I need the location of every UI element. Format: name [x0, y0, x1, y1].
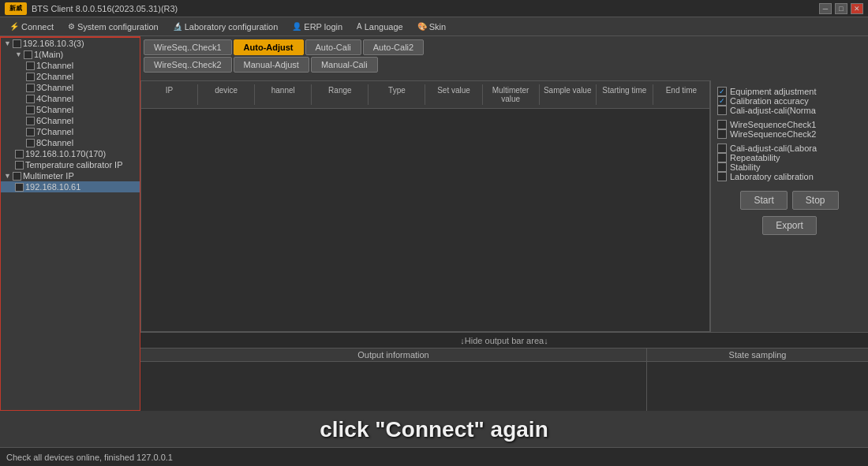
tab-auto-cali2[interactable]: Auto-Cali2: [363, 39, 424, 55]
tree-arrow-icon: ▼: [15, 50, 22, 58]
status-text: Check all devices online, finished 127.0…: [6, 453, 173, 462]
window-controls: ─ □ ✕: [819, 3, 863, 14]
tree-item[interactable]: ▼192.168.10.3(3): [1, 38, 140, 49]
tree-item[interactable]: Temperature calibrator IP: [1, 159, 140, 170]
tree-checkbox[interactable]: [26, 84, 35, 92]
tree-checkbox[interactable]: [26, 95, 35, 103]
export-button[interactable]: Export: [762, 216, 817, 235]
tree-item[interactable]: 1Channel: [1, 60, 140, 71]
tree-checkbox[interactable]: [15, 150, 24, 158]
option-checkbox[interactable]: ✓: [717, 96, 727, 106]
menu-skin-label: Skin: [429, 22, 446, 32]
tree-item-label: 7Channel: [36, 127, 73, 136]
tree-item[interactable]: 6Channel: [1, 115, 140, 126]
option-item: Stability: [717, 162, 862, 172]
minimize-button[interactable]: ─: [819, 3, 832, 14]
tab-wireseq-check2[interactable]: WireSeq..Check2: [144, 57, 232, 73]
menu-language[interactable]: A Language: [350, 21, 410, 33]
option-checkbox[interactable]: [717, 144, 727, 153]
option-item: Cali-adjust-cali(Labora: [717, 144, 862, 153]
option-checkbox[interactable]: [717, 172, 727, 181]
state-sampling-panel: State sampling: [647, 349, 868, 411]
options-panel: ✓Equipment adjustment✓Calibration accura…: [710, 80, 868, 332]
menu-erp-login[interactable]: 👤 ERP login: [286, 21, 349, 33]
menu-lab-config-label: Laboratory configuration: [185, 22, 279, 32]
option-item: Repeatability: [717, 153, 862, 162]
menu-skin[interactable]: 🎨 Skin: [411, 21, 452, 33]
tree-checkbox[interactable]: [15, 183, 24, 192]
tree-item-label: 1(Main): [34, 50, 63, 59]
tab-row-1: WireSeq..Check1 Auto-Adjust Auto-Cali Au…: [144, 39, 865, 55]
tree-item[interactable]: 2Channel: [1, 71, 140, 82]
close-button[interactable]: ✕: [851, 3, 863, 14]
overlay-instruction-text: click "Connect" again: [0, 417, 868, 442]
option-checkbox[interactable]: ✓: [717, 87, 727, 96]
output-bar-toggle[interactable]: ↓Hide output bar area↓: [140, 332, 868, 348]
tree-item[interactable]: 4Channel: [1, 93, 140, 104]
option-checkbox[interactable]: [717, 153, 727, 162]
option-label: Laboratory calibration: [730, 172, 814, 181]
menu-lab-config[interactable]: 🔬 Laboratory configuration: [166, 21, 285, 33]
option-item: ✓Calibration accuracy: [717, 96, 862, 106]
start-button[interactable]: Start: [740, 191, 787, 210]
tree-item[interactable]: 5Channel: [1, 104, 140, 115]
tree-checkbox[interactable]: [26, 128, 35, 136]
option-item: Cali-adjust-cali(Norma: [717, 106, 862, 115]
tree-checkbox[interactable]: [15, 161, 24, 170]
tree-item[interactable]: 3Channel: [1, 82, 140, 93]
option-label: WireSequenceCheck2: [730, 129, 816, 139]
menu-connect[interactable]: ⚡ Connect: [3, 21, 60, 33]
tree-item-label: 8Channel: [36, 138, 73, 147]
tree-item-label: 2Channel: [36, 72, 73, 81]
option-label: Calibration accuracy: [730, 96, 809, 106]
tree-checkbox[interactable]: [26, 139, 35, 147]
tree-checkbox[interactable]: [13, 172, 21, 181]
menu-system-config[interactable]: ⚙ System configuration: [62, 21, 165, 33]
device-tree: ▼192.168.10.3(3)▼1(Main)1Channel2Channel…: [1, 38, 140, 192]
tree-checkbox[interactable]: [13, 39, 21, 48]
erp-login-icon: 👤: [292, 22, 301, 31]
tab-auto-cali[interactable]: Auto-Cali: [305, 39, 361, 55]
table-header-cell: Range: [312, 84, 369, 105]
output-info-header: Output information: [140, 349, 646, 362]
tree-item-label: 192.168.10.3(3): [23, 39, 84, 48]
option-checkbox[interactable]: [717, 120, 727, 129]
tree-item-label: 192.168.10.170(170): [25, 149, 106, 158]
tab-row-2: WireSeq..Check2 Manual-Adjust Manual-Cal…: [144, 57, 865, 73]
tab-manual-cali[interactable]: Manual-Cali: [311, 57, 378, 73]
tree-item[interactable]: 7Channel: [1, 126, 140, 137]
tree-item[interactable]: ▼Multimeter IP: [1, 170, 140, 181]
tree-checkbox[interactable]: [26, 117, 35, 125]
option-checkbox[interactable]: [717, 129, 727, 139]
table-header-cell: device: [198, 84, 255, 105]
app-title: BTS Client 8.0.0.516(2023.05.31)(R3): [32, 4, 178, 13]
tab-auto-adjust[interactable]: Auto-Adjust: [234, 39, 304, 55]
restore-button[interactable]: □: [835, 3, 847, 14]
tree-checkbox[interactable]: [26, 106, 35, 114]
app-logo: 新威: [5, 2, 27, 15]
tree-arrow-icon: ▼: [4, 172, 11, 180]
option-checkbox[interactable]: [717, 106, 727, 115]
tab-manual-adjust[interactable]: Manual-Adjust: [234, 57, 309, 73]
tree-item-label: 3Channel: [36, 83, 73, 92]
tab-wireseq-check1[interactable]: WireSeq..Check1: [144, 39, 232, 55]
tree-item-label: 6Channel: [36, 116, 73, 125]
title-bar-left: 新威 BTS Client 8.0.0.516(2023.05.31)(R3): [5, 2, 178, 15]
option-item: ✓Equipment adjustment: [717, 87, 862, 96]
lab-config-icon: 🔬: [173, 22, 182, 31]
menu-system-config-label: System configuration: [77, 22, 159, 32]
tree-item-label: 1Channel: [36, 61, 73, 70]
option-checkbox[interactable]: [717, 162, 727, 172]
output-info-panel: Output information: [140, 349, 647, 411]
tree-item[interactable]: 8Channel: [1, 137, 140, 148]
tree-checkbox[interactable]: [24, 50, 32, 59]
tree-checkbox[interactable]: [26, 62, 35, 70]
output-bar-label: ↓Hide output bar area↓: [460, 336, 548, 345]
stop-button[interactable]: Stop: [792, 191, 839, 210]
tree-item[interactable]: ▼1(Main): [1, 49, 140, 60]
language-icon: A: [357, 22, 362, 31]
option-item: WireSequenceCheck1: [717, 120, 862, 129]
tree-item[interactable]: 192.168.10.61: [1, 181, 140, 192]
tree-item[interactable]: 192.168.10.170(170): [1, 148, 140, 159]
tree-checkbox[interactable]: [26, 73, 35, 81]
